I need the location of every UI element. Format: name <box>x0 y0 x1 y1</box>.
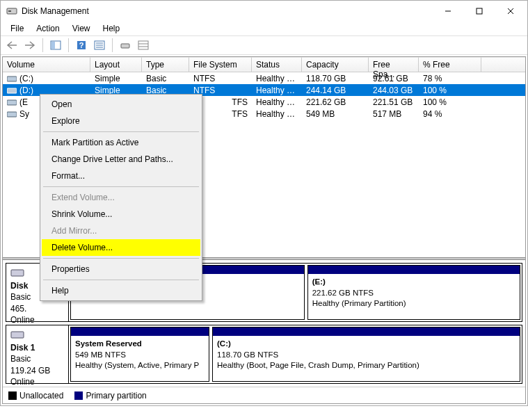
table-row[interactable]: (C:) Simple Basic NTFS Healthy (B... 118… <box>3 72 525 84</box>
svg-rect-23 <box>11 332 24 338</box>
col-volume[interactable]: Volume <box>3 57 90 72</box>
show-hide-button[interactable] <box>47 37 64 54</box>
legend: Unallocated Primary partition <box>3 387 525 403</box>
col-layout[interactable]: Layout <box>90 57 142 72</box>
svg-rect-20 <box>7 100 17 105</box>
col-pctfree[interactable]: % Free <box>419 57 481 72</box>
svg-rect-15 <box>138 41 148 49</box>
disk-icon <box>7 110 17 118</box>
svg-rect-19 <box>7 88 17 93</box>
menu-add-mirror: Add Mirror... <box>42 223 200 239</box>
legend-primary: Primary partition <box>74 391 146 401</box>
partition[interactable]: (C:) 118.70 GB NTFS Healthy (Boot, Page … <box>212 327 520 382</box>
svg-rect-3 <box>477 8 482 14</box>
disk-management-window: Disk Management File Action View Help ? … <box>0 0 528 406</box>
legend-unallocated: Unallocated <box>8 391 63 401</box>
close-button[interactable] <box>495 1 526 21</box>
menu-view[interactable]: View <box>67 22 96 35</box>
col-filesystem[interactable]: File System <box>189 57 252 72</box>
help-button[interactable]: ? <box>73 37 90 54</box>
context-menu: Open Explore Mark Partition as Active Ch… <box>40 94 202 301</box>
col-status[interactable]: Status <box>252 57 302 72</box>
disk-icon <box>10 330 24 339</box>
svg-rect-21 <box>7 112 17 117</box>
back-button[interactable] <box>3 37 20 54</box>
col-type[interactable]: Type <box>142 57 189 72</box>
col-capacity[interactable]: Capacity <box>302 57 369 72</box>
svg-rect-14 <box>121 44 129 48</box>
menu-file[interactable]: File <box>5 22 29 35</box>
menu-delete-volume[interactable]: Delete Volume... <box>42 239 200 256</box>
menu-format[interactable]: Format... <box>42 168 200 184</box>
menu-properties[interactable]: Properties <box>42 261 200 277</box>
menu-mark-active[interactable]: Mark Partition as Active <box>42 134 200 151</box>
svg-rect-18 <box>7 76 17 81</box>
window-title: Disk Management <box>22 6 432 16</box>
menu-extend: Extend Volume... <box>42 189 200 206</box>
toolbar: ? <box>1 35 527 55</box>
forward-button[interactable] <box>22 37 38 54</box>
volume-grid-header: Volume Layout Type File System Status Ca… <box>3 57 525 72</box>
minimize-button[interactable] <box>432 1 463 21</box>
disk-info[interactable]: Disk 1 Basic 119.24 GB Online <box>6 325 69 383</box>
disk-icon <box>7 98 17 106</box>
partition[interactable]: (E:) 221.62 GB NTFS Healthy (Primary Par… <box>307 265 520 320</box>
disk-icon <box>7 74 17 83</box>
disk-icon <box>7 86 17 95</box>
titlebar: Disk Management <box>1 1 527 22</box>
menu-help[interactable]: Help <box>42 282 200 299</box>
menu-explore[interactable]: Explore <box>42 113 200 129</box>
svg-rect-22 <box>11 270 24 276</box>
disk-row: Disk 1 Basic 119.24 GB Online System Res… <box>6 325 522 384</box>
menu-action[interactable]: Action <box>31 22 65 35</box>
svg-text:?: ? <box>79 41 84 49</box>
refresh-button[interactable] <box>117 37 134 54</box>
partition[interactable]: System Reserved 549 MB NTFS Healthy (Sys… <box>70 327 209 382</box>
list-button[interactable] <box>135 37 152 54</box>
col-free[interactable]: Free Spa... <box>369 57 419 72</box>
settings-button[interactable] <box>91 37 108 54</box>
menu-help[interactable]: Help <box>97 22 126 35</box>
svg-rect-1 <box>8 10 11 12</box>
menu-open[interactable]: Open <box>42 96 200 113</box>
svg-rect-7 <box>51 42 55 49</box>
menu-shrink[interactable]: Shrink Volume... <box>42 206 200 223</box>
app-icon <box>6 6 17 17</box>
menu-change-letter[interactable]: Change Drive Letter and Paths... <box>42 151 200 168</box>
maximize-button[interactable] <box>463 1 495 21</box>
disk-icon <box>10 268 24 277</box>
menubar: File Action View Help <box>1 22 527 35</box>
